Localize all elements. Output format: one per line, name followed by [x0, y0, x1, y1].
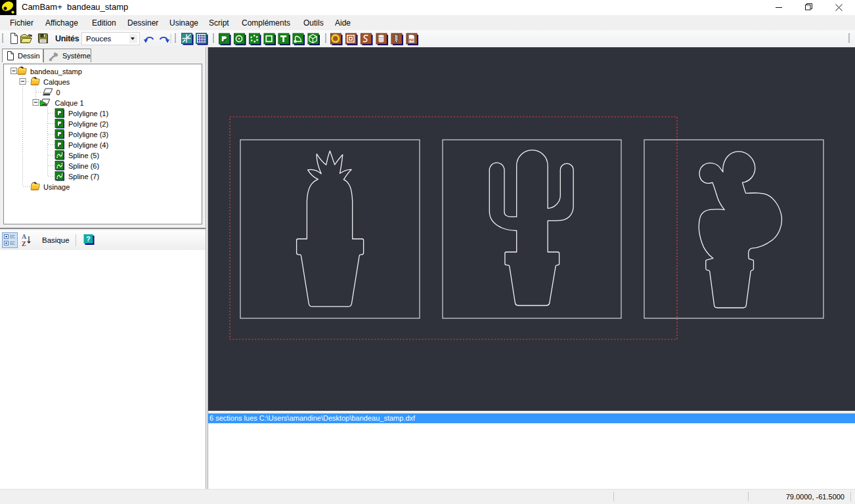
svg-text:Calques: Calques — [43, 78, 70, 86]
svg-text:bandeau_stamp: bandeau_stamp — [30, 68, 82, 75]
svg-text:Spline (7): Spline (7) — [68, 173, 99, 180]
svg-text:Polyligne (1): Polyligne (1) — [68, 110, 108, 117]
svg-text:?: ? — [86, 235, 91, 243]
svg-text:Spline (6): Spline (6) — [68, 162, 99, 170]
svg-text:Polyligne (4): Polyligne (4) — [68, 141, 108, 149]
svg-text:A: A — [22, 233, 27, 240]
svg-text:Spline (5): Spline (5) — [68, 152, 99, 159]
svg-text:Polyligne (3): Polyligne (3) — [68, 131, 108, 138]
svg-text:Z: Z — [22, 240, 26, 247]
svg-text:Usinage: Usinage — [43, 183, 70, 191]
svg-text:Calque 1: Calque 1 — [55, 99, 84, 107]
svg-text:nc: nc — [409, 37, 414, 42]
svg-text:0: 0 — [56, 89, 60, 96]
svg-text:Polyligne (2): Polyligne (2) — [68, 120, 108, 128]
